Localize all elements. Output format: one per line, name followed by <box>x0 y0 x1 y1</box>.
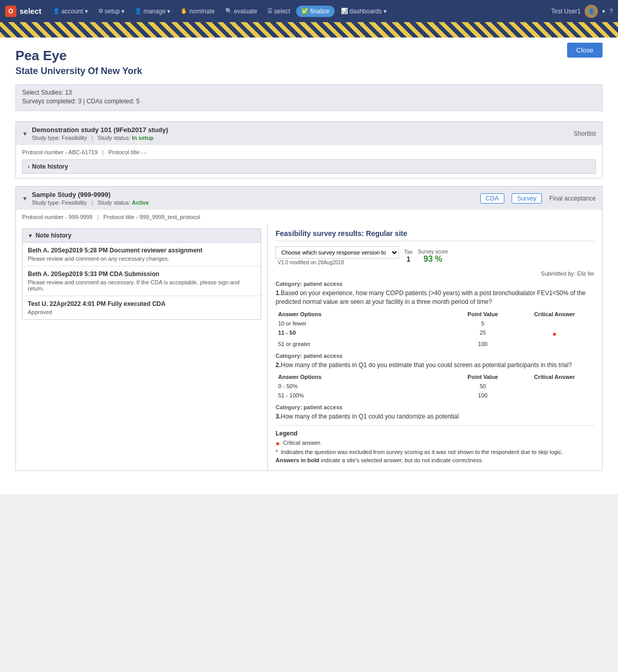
q2-crit-2 <box>515 391 594 400</box>
note-author-3: Test U. 22Apr2022 4:01 PM Fully executed… <box>28 300 256 307</box>
note-history-arrow-1: › <box>28 164 29 170</box>
col-header-points-2: Point Value <box>451 372 515 382</box>
study-header-left-2: ▼ Sample Study (999-9999) Study type: Fe… <box>22 191 149 206</box>
nav-finalize[interactable]: ✅ finalize <box>296 6 334 17</box>
manage-dropdown-icon: ▾ <box>167 8 170 15</box>
study-meta-2: Study type: Feasibility | Study status: … <box>32 199 149 206</box>
q1-ans-3: 51 or greater <box>276 339 451 349</box>
q2-ans-1: 0 - 50% <box>276 382 451 391</box>
note-text-1: Please review and comment on any necessa… <box>28 256 256 262</box>
study-header-1: ▼ Demonstration study 101 (9Feb2017 stud… <box>16 122 602 145</box>
info-line-1: Select Studies: 13 <box>22 89 596 96</box>
study-title-2: Sample Study (999-9999) <box>32 191 149 198</box>
setup-icon: ⚙ <box>98 8 103 14</box>
study-toggle-2[interactable]: ▼ <box>22 195 28 202</box>
q2-number: 2. <box>276 361 281 369</box>
study-header-left-1: ▼ Demonstration study 101 (9Feb2017 stud… <box>22 126 168 141</box>
protocol-info-2: Protocol number - 999-9999 | Protocol ti… <box>22 214 596 220</box>
nav-finalize-label: finalize <box>310 8 329 15</box>
score-label: Survey score <box>418 249 448 255</box>
nav-evaluate-label: evaluate <box>234 8 257 15</box>
study-body-2-top: Protocol number - 999-9999 | Protocol ti… <box>16 210 602 220</box>
note-history-label-2: Note history <box>35 232 71 239</box>
study-type-2: Feasibility <box>62 199 87 206</box>
avatar[interactable]: 👤 <box>585 5 598 18</box>
q2-text: 2.How many of the patients in Q1 do you … <box>276 361 594 370</box>
q2-answer-table: Answer Options Point Value Critical Answ… <box>276 372 594 400</box>
q1-row-2: 11 - 50 25 ● <box>276 328 594 339</box>
cda-button[interactable]: CDA <box>480 193 504 204</box>
setup-dropdown-icon: ▾ <box>121 8 124 15</box>
q1-answer-table: Answer Options Point Value Critical Answ… <box>276 310 594 349</box>
nav-select[interactable]: ☰ select <box>263 6 294 17</box>
study-status-2: Active <box>132 199 149 206</box>
dashboards-icon: 📊 <box>341 8 348 14</box>
study-status-1: In setup <box>132 135 154 141</box>
study-info-2: Sample Study (999-9999) Study type: Feas… <box>32 191 149 206</box>
nav-setup[interactable]: ⚙ setup ▾ <box>94 6 129 17</box>
q1-crit-1 <box>515 319 594 328</box>
q1-number: 1. <box>276 289 281 297</box>
score-value: 93 % <box>418 255 448 264</box>
finalize-icon: ✅ <box>301 8 308 14</box>
protocol-number-1: ABC-61719 <box>68 149 98 155</box>
nav-manage[interactable]: 👤 manage ▾ <box>131 6 174 17</box>
legend-item-1: ● Critical answer. <box>276 440 594 447</box>
note-text-2: Please review and comment as necessary. … <box>28 279 256 292</box>
page-title: Pea Eye <box>15 48 603 64</box>
legend-item-2: * Indicates the question was excluded fr… <box>276 449 594 455</box>
note-history-label-1: Note history <box>32 163 68 170</box>
brand[interactable]: O select <box>5 6 42 17</box>
note-text-3: Approved <box>28 309 256 315</box>
legend-critical-text: Critical answer. <box>283 440 321 446</box>
protocol-title-2: 999_9999_test_protocol <box>139 214 200 220</box>
protocol-title-1: - <box>144 149 147 155</box>
legend-section: Legend ● Critical answer. * Indicates th… <box>276 425 594 463</box>
user-dropdown-icon[interactable]: ▾ <box>602 8 605 15</box>
brand-label: select <box>20 7 42 15</box>
nav-account[interactable]: 👤 account ▾ <box>49 6 92 17</box>
col-header-answer: Answer Options <box>276 310 451 319</box>
survey-version-select[interactable]: Choose which survey response version to … <box>276 246 399 259</box>
submitted-by: Submitted by: Eliz fer <box>276 270 594 277</box>
q1-crit-3 <box>515 339 594 349</box>
note-history-toggle-2[interactable]: ▼ Note history <box>22 228 261 243</box>
legend-bold-text: Answers in bold indicate a site's select… <box>276 457 483 463</box>
help-icon[interactable]: ? <box>609 8 613 15</box>
note-entry-2: Beth A. 20Sep2019 5:33 PM CDA Submission… <box>23 266 261 296</box>
legend-critical-icon: ● <box>276 440 280 447</box>
col-header-critical: Critical Answer <box>515 310 594 319</box>
q1-text: 1.Based on your experience, how many COP… <box>276 289 594 306</box>
study-card-1: ▼ Demonstration study 101 (9Feb2017 stud… <box>15 121 603 178</box>
q1-pts-3: 100 <box>451 339 515 349</box>
q1-row-1: 10 or fewer 5 <box>276 319 594 328</box>
nav-nominate[interactable]: ✋ nominate <box>176 6 219 17</box>
nav-evaluate[interactable]: 🔍 evaluate <box>221 6 261 17</box>
note-history-panel-2: Beth A. 20Sep2019 5:28 PM Document revie… <box>22 243 261 320</box>
nav-right: Test User1 👤 ▾ ? <box>551 5 613 18</box>
score-box: Survey score 93 % <box>418 249 448 264</box>
note-history-toggle-1[interactable]: › Note history <box>22 159 596 174</box>
study-header-2: ▼ Sample Study (999-9999) Study type: Fe… <box>16 187 602 210</box>
study-body-1: Protocol number - ABC-61719 | Protocol t… <box>16 145 602 178</box>
note-author-2: Beth A. 20Sep2019 5:33 PM CDA Submission <box>28 270 256 278</box>
nav-nominate-label: nominate <box>189 8 214 15</box>
study-body-split-2: ▼ Note history Beth A. 20Sep2019 5:28 PM… <box>16 224 602 470</box>
navbar: O select 👤 account ▾ ⚙ setup ▾ 👤 manage … <box>0 0 618 22</box>
survey-button[interactable]: Survey <box>512 193 542 204</box>
q2-crit-1 <box>515 382 594 391</box>
right-panel-2: Feasibility survey results: Regular site… <box>268 224 602 470</box>
evaluate-icon: 🔍 <box>225 8 232 14</box>
note-entry-3: Test U. 22Apr2022 4:01 PM Fully executed… <box>23 296 261 319</box>
nav-select-label: select <box>274 8 290 15</box>
q1-ans-2: 11 - 50 <box>276 328 451 339</box>
note-history-arrow-2: ▼ <box>28 233 33 239</box>
legend-asterisk-icon: * <box>276 449 278 455</box>
study-toggle-1[interactable]: ▼ <box>22 131 28 137</box>
study-info-1: Demonstration study 101 (9Feb2017 study)… <box>32 126 168 141</box>
close-button[interactable]: Close <box>567 43 603 58</box>
q3-text: 3.How many of the patients in Q1 could y… <box>276 412 594 421</box>
nav-dashboards[interactable]: 📊 dashboards ▾ <box>337 6 391 17</box>
col-header-answer-2: Answer Options <box>276 372 451 382</box>
study-card-2: ▼ Sample Study (999-9999) Study type: Fe… <box>15 186 603 471</box>
